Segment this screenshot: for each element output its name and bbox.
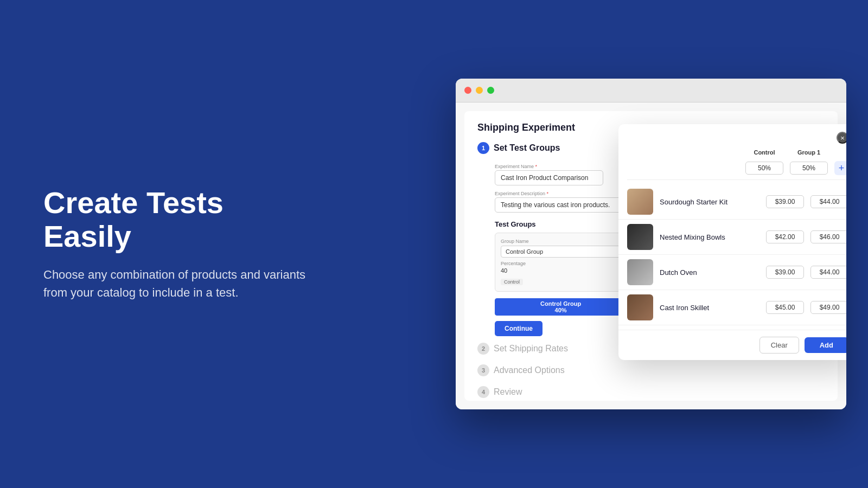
col2-pct-input[interactable] xyxy=(790,162,828,175)
step-4-row: 4 Review xyxy=(477,386,825,398)
step-3-row: 3 Advanced Options xyxy=(477,364,825,376)
product-thumb-0 xyxy=(627,189,653,215)
step-3-circle: 3 xyxy=(477,364,489,376)
browser-titlebar xyxy=(456,79,846,102)
maximize-dot[interactable] xyxy=(487,87,494,94)
progress-fill: Control Group 40% xyxy=(495,298,627,316)
step-1-circle: 1 xyxy=(477,142,489,154)
minimize-dot[interactable] xyxy=(476,87,483,94)
popup-footer: Clear Add xyxy=(618,330,846,360)
product-row-3: Cast Iron Skillet xyxy=(618,290,846,325)
experiment-name-input[interactable] xyxy=(495,170,603,185)
product-thumb-2 xyxy=(627,259,653,285)
product-2-control-price[interactable] xyxy=(766,266,804,279)
product-1-control-price[interactable] xyxy=(766,230,804,243)
col2-header: Group 1 xyxy=(790,149,828,156)
step-1-label: Set Test Groups xyxy=(494,143,560,153)
col1-header: Control xyxy=(745,149,783,156)
product-list: Sourdough Starter Kit Nested Mixing Bowl… xyxy=(618,180,846,330)
progress-label: Control Group xyxy=(540,300,581,307)
step-2-circle: 2 xyxy=(477,343,489,355)
step-3-label: Advanced Options xyxy=(494,365,565,375)
product-name-1: Nested Mixing Bowls xyxy=(660,233,760,241)
browser-content: Shipping Experiment 1 Set Test Groups Ex… xyxy=(456,102,846,409)
add-button[interactable]: Add xyxy=(805,337,846,353)
popup-modal: × Control Group 1 + Sourdoug xyxy=(618,124,846,360)
add-column-button[interactable]: + xyxy=(834,161,846,175)
product-1-group1-price[interactable] xyxy=(810,230,846,243)
product-3-control-price[interactable] xyxy=(766,301,804,314)
product-row-0: Sourdough Starter Kit xyxy=(618,184,846,220)
left-panel: Create Tests Easily Choose any combinati… xyxy=(43,186,315,301)
product-name-0: Sourdough Starter Kit xyxy=(660,198,760,206)
experiment-desc-input[interactable] xyxy=(495,197,636,213)
product-0-group1-price[interactable] xyxy=(810,195,846,208)
col1-pct-input[interactable] xyxy=(745,162,783,175)
step-2-label: Set Shipping Rates xyxy=(494,344,568,354)
main-heading: Create Tests Easily xyxy=(43,186,315,253)
product-img-skillet xyxy=(627,294,653,320)
clear-button[interactable]: Clear xyxy=(760,337,799,354)
popup-columns: Control Group 1 xyxy=(618,144,846,156)
popup-pct-row: + xyxy=(618,156,846,175)
product-row-1: Nested Mixing Bowls xyxy=(618,220,846,255)
product-0-control-price[interactable] xyxy=(766,195,804,208)
product-img-mixing xyxy=(627,224,653,250)
product-row-2: Dutch Oven xyxy=(618,255,846,290)
product-2-group1-price[interactable] xyxy=(810,266,846,279)
product-img-sourdough xyxy=(627,189,653,215)
product-name-2: Dutch Oven xyxy=(660,268,760,277)
close-dot[interactable] xyxy=(464,87,471,94)
product-name-3: Cast Iron Skillet xyxy=(660,304,760,312)
popup-header: × xyxy=(618,124,846,144)
step-4-circle: 4 xyxy=(477,386,489,398)
product-img-dutch xyxy=(627,259,653,285)
step-4-label: Review xyxy=(494,387,522,397)
control-tag: Control xyxy=(501,279,523,285)
product-thumb-3 xyxy=(627,294,653,320)
browser-window: Shipping Experiment 1 Set Test Groups Ex… xyxy=(456,79,846,409)
product-3-group1-price[interactable] xyxy=(810,301,846,314)
continue-button[interactable]: Continue xyxy=(495,321,542,336)
sub-text: Choose any combination of products and v… xyxy=(43,266,315,302)
product-thumb-1 xyxy=(627,224,653,250)
popup-close-button[interactable]: × xyxy=(837,132,846,144)
progress-pct: 40% xyxy=(555,307,567,313)
